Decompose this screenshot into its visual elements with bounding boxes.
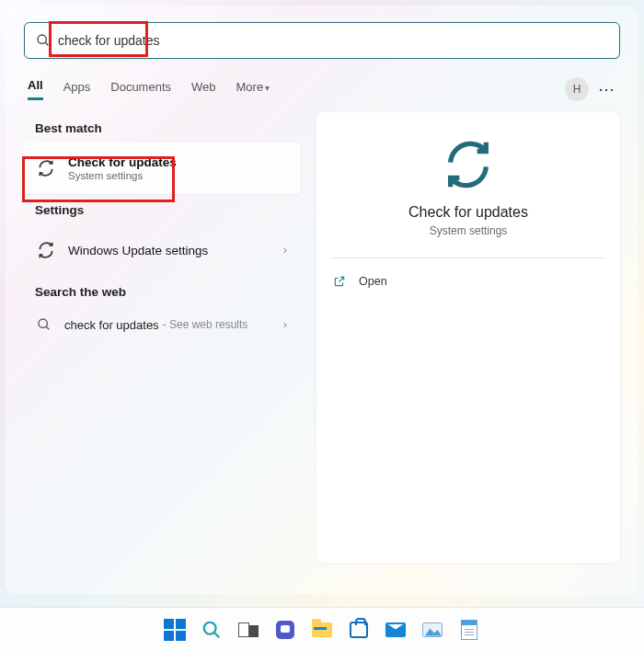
start-search-panel: All Apps Documents Web More▾ H ⋯ Best ma…: [6, 6, 638, 594]
search-icon: [36, 33, 51, 48]
result-check-for-updates[interactable]: Check for updates System settings: [24, 143, 300, 194]
task-view-icon: [238, 622, 259, 637]
result-subtitle: System settings: [68, 170, 177, 181]
taskbar-store[interactable]: [346, 617, 372, 643]
svg-line-3: [46, 326, 49, 329]
filter-tabs: All Apps Documents Web More▾ H ⋯: [24, 77, 620, 101]
web-query-text: check for updates: [64, 318, 159, 332]
taskbar-teams[interactable]: [272, 617, 298, 643]
mail-icon: [385, 622, 406, 637]
results-column: Best match Check for updates System sett…: [24, 112, 300, 563]
external-link-icon: [333, 275, 346, 288]
tab-all[interactable]: All: [28, 78, 43, 100]
taskbar-notepad[interactable]: [456, 617, 482, 643]
result-title: Windows Update settings: [68, 244, 208, 257]
chevron-right-icon: ›: [283, 318, 287, 331]
more-options-button[interactable]: ⋯: [598, 79, 616, 99]
tab-documents[interactable]: Documents: [110, 80, 171, 99]
search-input[interactable]: [58, 33, 608, 48]
chevron-down-icon: ▾: [265, 83, 270, 93]
sync-icon: [37, 241, 55, 259]
result-windows-update-settings[interactable]: Windows Update settings ›: [24, 224, 300, 276]
store-icon: [350, 622, 368, 638]
windows-logo-icon: [164, 619, 186, 641]
search-icon: [37, 317, 52, 332]
taskbar-file-explorer[interactable]: [309, 617, 335, 643]
taskbar-task-view[interactable]: [236, 617, 261, 643]
folder-icon: [312, 622, 332, 637]
sync-icon: [37, 159, 55, 177]
open-label: Open: [359, 275, 387, 288]
taskbar-mail[interactable]: [383, 617, 408, 643]
user-avatar[interactable]: H: [565, 77, 589, 101]
preview-panel: Check for updates System settings Open: [316, 112, 620, 563]
best-match-heading: Best match: [24, 112, 300, 143]
tab-more[interactable]: More▾: [236, 80, 270, 99]
search-bar[interactable]: [24, 22, 620, 59]
search-icon: [201, 620, 222, 640]
chevron-right-icon: ›: [283, 244, 287, 257]
open-action[interactable]: Open: [331, 269, 605, 293]
svg-point-4: [204, 622, 216, 634]
tab-web[interactable]: Web: [191, 80, 216, 99]
result-title: Check for updates: [68, 155, 177, 169]
svg-line-1: [45, 42, 48, 45]
sync-icon: [442, 138, 495, 191]
preview-subtitle: System settings: [430, 224, 508, 237]
svg-point-2: [39, 319, 47, 327]
svg-line-5: [214, 632, 220, 637]
search-web-heading: Search the web: [24, 276, 300, 306]
svg-point-0: [38, 35, 46, 43]
settings-heading: Settings: [24, 194, 300, 224]
result-web-search[interactable]: check for updates - See web results ›: [24, 306, 300, 343]
taskbar-photos[interactable]: [420, 617, 445, 643]
preview-title: Check for updates: [408, 204, 528, 221]
taskbar: [0, 607, 644, 651]
notepad-icon: [461, 620, 477, 640]
teams-icon: [276, 621, 294, 639]
divider: [331, 257, 605, 258]
photos-icon: [422, 622, 443, 637]
taskbar-search-button[interactable]: [199, 617, 224, 643]
web-hint-text: - See web results: [163, 318, 248, 331]
tab-apps[interactable]: Apps: [63, 80, 91, 99]
taskbar-start-button[interactable]: [162, 617, 188, 643]
